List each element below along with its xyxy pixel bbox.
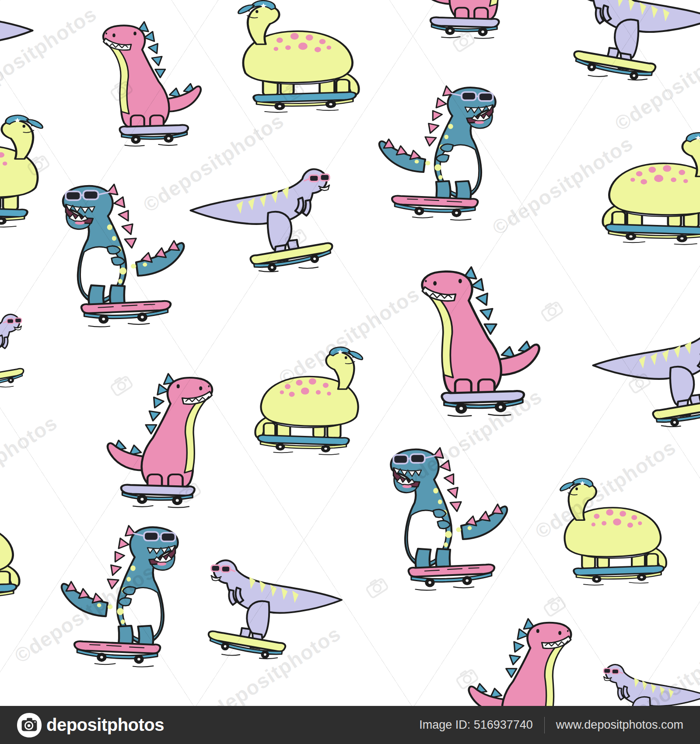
dino-sprite-raptor [0, 312, 33, 391]
dino-sprite-raptor [0, 0, 36, 95]
camera-logo-icon [17, 712, 42, 738]
dino-sprite-raptor [187, 165, 346, 274]
dino-sprite-pink-dino [102, 373, 219, 509]
dino-sprite-teal-trex [56, 180, 192, 328]
footer-divider [544, 717, 545, 733]
depositphotos-logo: depositphotos [17, 712, 164, 738]
image-id-label: Image ID: 516937740 [419, 718, 533, 732]
footer-bar: depositphotos Image ID: 516937740 www.de… [0, 706, 700, 744]
dino-sprite-bronto [535, 476, 682, 586]
dino-sprite-bronto [240, 345, 388, 455]
dino-sprite-raptor [590, 320, 700, 429]
dino-sprite-pink-dino [415, 266, 546, 418]
dino-sprite-bronto [209, 0, 376, 113]
dino-sprite-teal-trex [371, 82, 502, 221]
dinosaur-pattern-layer [0, 0, 700, 744]
dino-sprite-raptor [196, 557, 345, 661]
dino-sprite-teal-trex [384, 444, 515, 592]
dino-sprite-raptor [561, 0, 700, 82]
dino-sprite-bronto [585, 130, 700, 245]
website-url: www.depositphotos.com [556, 718, 683, 732]
footer-meta: Image ID: 516937740 www.depositphotos.co… [419, 717, 683, 733]
dino-sprite-bronto [0, 490, 37, 605]
logo-text: depositphotos [46, 715, 164, 735]
dino-sprite-pink-dino [412, 0, 522, 39]
dino-sprite-pink-dino [97, 21, 206, 147]
stock-image-preview: ©depositphotos©depositphotos©depositphot… [0, 0, 700, 744]
dino-sprite-teal-trex [53, 522, 185, 668]
